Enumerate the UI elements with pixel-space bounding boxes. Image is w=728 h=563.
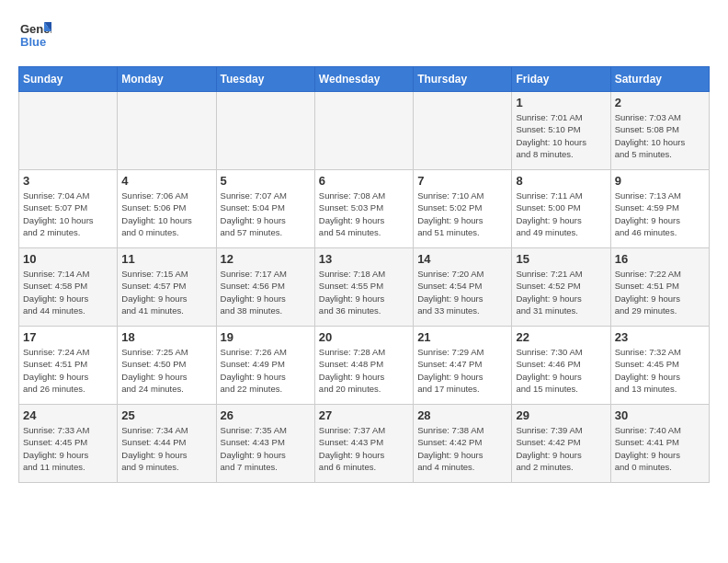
- day-info: Sunrise: 7:18 AMSunset: 4:55 PMDaylight:…: [319, 268, 409, 316]
- day-info: Sunrise: 7:17 AMSunset: 4:56 PMDaylight:…: [221, 268, 311, 316]
- day-info: Sunrise: 7:40 AMSunset: 4:41 PMDaylight:…: [615, 424, 705, 473]
- svg-text:Blue: Blue: [20, 35, 46, 49]
- day-info: Sunrise: 7:38 AMSunset: 4:42 PMDaylight:…: [417, 424, 507, 473]
- day-number: 15: [516, 252, 606, 266]
- calendar-cell: 12Sunrise: 7:17 AMSunset: 4:56 PMDayligh…: [216, 248, 314, 327]
- day-number: 18: [121, 330, 211, 344]
- day-number: 9: [615, 174, 705, 188]
- weekday-header-monday: Monday: [118, 67, 216, 92]
- day-number: 16: [615, 252, 705, 266]
- day-number: 29: [516, 408, 606, 422]
- calendar-cell: 22Sunrise: 7:30 AMSunset: 4:46 PMDayligh…: [512, 327, 610, 405]
- day-info: Sunrise: 7:21 AMSunset: 4:52 PMDaylight:…: [516, 268, 606, 316]
- weekday-header-sunday: Sunday: [19, 67, 118, 92]
- calendar-cell: [19, 92, 118, 170]
- calendar-cell: 4Sunrise: 7:06 AMSunset: 5:06 PMDaylight…: [118, 170, 216, 248]
- calendar-week-4: 17Sunrise: 7:24 AMSunset: 4:51 PMDayligh…: [19, 327, 710, 405]
- day-number: 26: [221, 408, 311, 422]
- day-info: Sunrise: 7:30 AMSunset: 4:46 PMDaylight:…: [516, 346, 606, 395]
- day-number: 1: [516, 96, 606, 109]
- day-info: Sunrise: 7:39 AMSunset: 4:42 PMDaylight:…: [516, 424, 606, 473]
- calendar-cell: 9Sunrise: 7:13 AMSunset: 4:59 PMDaylight…: [610, 170, 709, 248]
- day-info: Sunrise: 7:01 AMSunset: 5:10 PMDaylight:…: [516, 111, 606, 160]
- day-number: 8: [516, 174, 606, 188]
- day-number: 24: [23, 408, 113, 422]
- day-info: Sunrise: 7:25 AMSunset: 4:50 PMDaylight:…: [121, 346, 211, 395]
- day-number: 17: [23, 330, 113, 344]
- calendar-cell: 16Sunrise: 7:22 AMSunset: 4:51 PMDayligh…: [610, 248, 709, 327]
- day-info: Sunrise: 7:10 AMSunset: 5:02 PMDaylight:…: [417, 190, 507, 238]
- day-info: Sunrise: 7:07 AMSunset: 5:04 PMDaylight:…: [221, 190, 311, 238]
- day-info: Sunrise: 7:06 AMSunset: 5:06 PMDaylight:…: [121, 190, 211, 238]
- day-info: Sunrise: 7:03 AMSunset: 5:08 PMDaylight:…: [615, 111, 705, 160]
- weekday-header-wednesday: Wednesday: [314, 67, 413, 92]
- calendar-cell: [118, 92, 216, 170]
- calendar-week-5: 24Sunrise: 7:33 AMSunset: 4:45 PMDayligh…: [19, 405, 710, 483]
- day-number: 20: [319, 330, 409, 344]
- day-number: 13: [319, 252, 409, 266]
- calendar-cell: 28Sunrise: 7:38 AMSunset: 4:42 PMDayligh…: [414, 405, 512, 483]
- day-number: 4: [121, 174, 211, 188]
- calendar-cell: 11Sunrise: 7:15 AMSunset: 4:57 PMDayligh…: [118, 248, 216, 327]
- day-number: 12: [221, 252, 311, 266]
- day-number: 21: [417, 330, 507, 344]
- weekday-header-saturday: Saturday: [610, 67, 709, 92]
- weekday-header-tuesday: Tuesday: [216, 67, 314, 92]
- calendar-week-2: 3Sunrise: 7:04 AMSunset: 5:07 PMDaylight…: [19, 170, 710, 248]
- day-info: Sunrise: 7:11 AMSunset: 5:00 PMDaylight:…: [516, 190, 606, 238]
- calendar-table: SundayMondayTuesdayWednesdayThursdayFrid…: [18, 66, 710, 483]
- day-info: Sunrise: 7:26 AMSunset: 4:49 PMDaylight:…: [221, 346, 311, 395]
- calendar-cell: 5Sunrise: 7:07 AMSunset: 5:04 PMDaylight…: [216, 170, 314, 248]
- logo: General Blue: [18, 18, 51, 52]
- day-info: Sunrise: 7:13 AMSunset: 4:59 PMDaylight:…: [615, 190, 705, 238]
- day-number: 14: [417, 252, 507, 266]
- day-info: Sunrise: 7:14 AMSunset: 4:58 PMDaylight:…: [23, 268, 113, 316]
- calendar-cell: 26Sunrise: 7:35 AMSunset: 4:43 PMDayligh…: [216, 405, 314, 483]
- calendar-cell: 3Sunrise: 7:04 AMSunset: 5:07 PMDaylight…: [19, 170, 118, 248]
- day-info: Sunrise: 7:22 AMSunset: 4:51 PMDaylight:…: [615, 268, 705, 316]
- day-info: Sunrise: 7:08 AMSunset: 5:03 PMDaylight:…: [319, 190, 409, 238]
- day-number: 23: [615, 330, 705, 344]
- calendar-cell: 21Sunrise: 7:29 AMSunset: 4:47 PMDayligh…: [414, 327, 512, 405]
- calendar-cell: 2Sunrise: 7:03 AMSunset: 5:08 PMDaylight…: [610, 92, 709, 170]
- day-info: Sunrise: 7:28 AMSunset: 4:48 PMDaylight:…: [319, 346, 409, 395]
- day-number: 10: [23, 252, 113, 266]
- day-info: Sunrise: 7:04 AMSunset: 5:07 PMDaylight:…: [23, 190, 113, 238]
- calendar-cell: 13Sunrise: 7:18 AMSunset: 4:55 PMDayligh…: [314, 248, 413, 327]
- day-number: 27: [319, 408, 409, 422]
- calendar-cell: 24Sunrise: 7:33 AMSunset: 4:45 PMDayligh…: [19, 405, 118, 483]
- calendar-cell: [216, 92, 314, 170]
- day-number: 6: [319, 174, 409, 188]
- calendar-cell: 15Sunrise: 7:21 AMSunset: 4:52 PMDayligh…: [512, 248, 610, 327]
- day-number: 5: [221, 174, 311, 188]
- calendar-cell: 30Sunrise: 7:40 AMSunset: 4:41 PMDayligh…: [610, 405, 709, 483]
- day-number: 3: [23, 174, 113, 188]
- calendar-cell: 29Sunrise: 7:39 AMSunset: 4:42 PMDayligh…: [512, 405, 610, 483]
- calendar-cell: 14Sunrise: 7:20 AMSunset: 4:54 PMDayligh…: [414, 248, 512, 327]
- calendar-cell: [314, 92, 413, 170]
- day-number: 19: [221, 330, 311, 344]
- day-info: Sunrise: 7:24 AMSunset: 4:51 PMDaylight:…: [23, 346, 113, 395]
- calendar-cell: 20Sunrise: 7:28 AMSunset: 4:48 PMDayligh…: [314, 327, 413, 405]
- calendar-cell: [414, 92, 512, 170]
- calendar-cell: 17Sunrise: 7:24 AMSunset: 4:51 PMDayligh…: [19, 327, 118, 405]
- day-number: 22: [516, 330, 606, 344]
- day-info: Sunrise: 7:32 AMSunset: 4:45 PMDaylight:…: [615, 346, 705, 395]
- weekday-header-thursday: Thursday: [414, 67, 512, 92]
- calendar-cell: 25Sunrise: 7:34 AMSunset: 4:44 PMDayligh…: [118, 405, 216, 483]
- day-info: Sunrise: 7:15 AMSunset: 4:57 PMDaylight:…: [121, 268, 211, 316]
- calendar-cell: 18Sunrise: 7:25 AMSunset: 4:50 PMDayligh…: [118, 327, 216, 405]
- day-number: 7: [417, 174, 507, 188]
- calendar-cell: 6Sunrise: 7:08 AMSunset: 5:03 PMDaylight…: [314, 170, 413, 248]
- day-info: Sunrise: 7:37 AMSunset: 4:43 PMDaylight:…: [319, 424, 409, 473]
- weekday-header-row: SundayMondayTuesdayWednesdayThursdayFrid…: [19, 67, 710, 92]
- calendar-cell: 10Sunrise: 7:14 AMSunset: 4:58 PMDayligh…: [19, 248, 118, 327]
- day-info: Sunrise: 7:29 AMSunset: 4:47 PMDaylight:…: [417, 346, 507, 395]
- day-number: 25: [121, 408, 211, 422]
- day-number: 28: [417, 408, 507, 422]
- day-info: Sunrise: 7:34 AMSunset: 4:44 PMDaylight:…: [121, 424, 211, 473]
- calendar-cell: 8Sunrise: 7:11 AMSunset: 5:00 PMDaylight…: [512, 170, 610, 248]
- day-number: 11: [121, 252, 211, 266]
- page-header: General Blue: [18, 18, 710, 52]
- calendar-cell: 23Sunrise: 7:32 AMSunset: 4:45 PMDayligh…: [610, 327, 709, 405]
